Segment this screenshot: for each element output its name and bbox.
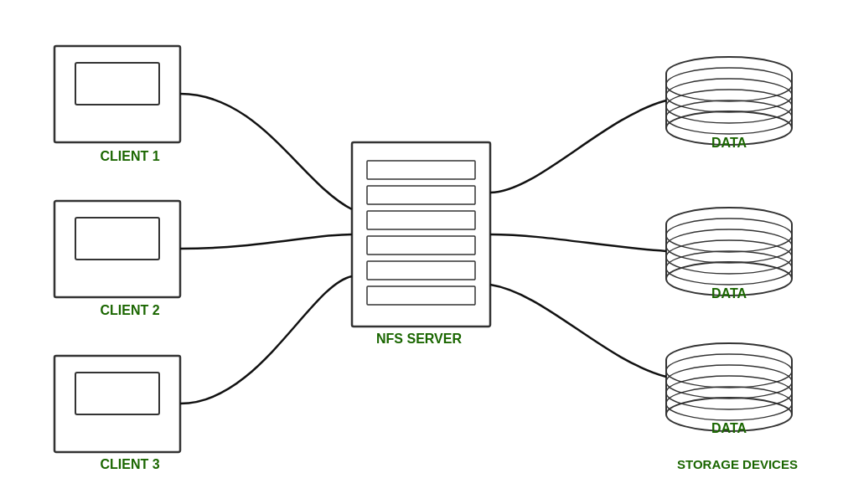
- client3-label: CLIENT 3: [80, 457, 180, 472]
- client2-label: CLIENT 2: [80, 303, 180, 318]
- svg-rect-12: [367, 286, 475, 305]
- nfs-server-label: NFS SERVER: [327, 332, 511, 347]
- svg-rect-1: [75, 63, 159, 105]
- diagram-canvas: CLIENT 1 CLIENT 2 CLIENT 3 NFS SERVER DA…: [0, 0, 843, 504]
- svg-rect-10: [367, 236, 475, 255]
- svg-rect-3: [75, 218, 159, 260]
- svg-rect-11: [367, 261, 475, 280]
- storage2-label: DATA: [687, 286, 771, 301]
- storage3-label: DATA: [687, 421, 771, 436]
- svg-rect-8: [367, 186, 475, 204]
- svg-rect-7: [367, 161, 475, 179]
- svg-rect-5: [75, 373, 159, 414]
- storage-group-label: STORAGE DEVICES: [662, 457, 813, 471]
- client1-label: CLIENT 1: [80, 149, 180, 164]
- svg-rect-9: [367, 211, 475, 229]
- storage1-label: DATA: [687, 136, 771, 151]
